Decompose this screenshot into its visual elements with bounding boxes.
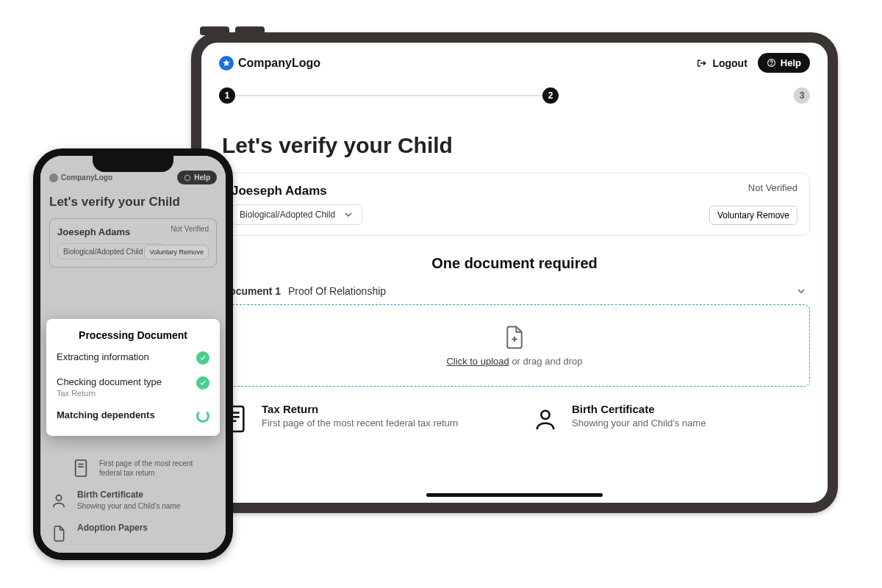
help-icon	[767, 58, 776, 68]
processing-step-extract: Extracting information	[57, 351, 209, 365]
help-button[interactable]: Help	[758, 53, 810, 73]
check-icon	[196, 376, 209, 390]
logout-button[interactable]: Logout	[696, 57, 747, 69]
processing-panel: Processing Document Extracting informati…	[46, 319, 220, 436]
phone-notch	[93, 156, 173, 172]
chevron-down-icon	[795, 285, 807, 297]
logout-icon	[696, 57, 708, 69]
verification-status: Not Verified	[748, 182, 797, 193]
requirement-heading: One document required	[219, 255, 810, 272]
upload-rest-label: or drag and drop	[509, 356, 583, 367]
doc-type-label: Proof Of Relationship	[288, 285, 386, 297]
relation-value: Biological/Adopted Child	[240, 209, 335, 220]
file-plus-icon	[503, 325, 526, 350]
spinner-icon	[196, 409, 209, 423]
home-indicator	[426, 493, 603, 497]
phone-frame: CompanyLogo Help Let's verify your Child…	[33, 148, 233, 560]
step-3: 3	[794, 87, 810, 104]
progress-steps: 1 2 3	[201, 80, 828, 107]
page-title: Let's verify your Child	[222, 133, 807, 158]
dependent-card: Joeseph Adams Biological/Adopted Child N…	[219, 173, 810, 236]
option-tax-return[interactable]: Tax Return First page of the most recent…	[219, 403, 500, 435]
document-options: Tax Return First page of the most recent…	[219, 403, 810, 435]
star-icon	[219, 56, 234, 71]
chevron-down-icon	[343, 209, 354, 220]
brand-name: CompanyLogo	[238, 57, 320, 70]
person-icon	[529, 403, 562, 435]
document-section-header[interactable]: Document 1 Proof Of Relationship	[222, 285, 807, 297]
tablet-header: CompanyLogo Logout Help	[201, 43, 828, 80]
relation-select[interactable]: Biological/Adopted Child	[232, 204, 362, 225]
processing-title: Processing Document	[57, 329, 209, 341]
voluntary-remove-button[interactable]: Voluntary Remove	[709, 206, 797, 225]
logout-label: Logout	[712, 57, 747, 69]
option-birth-certificate[interactable]: Birth Certificate Showing your and Child…	[529, 403, 810, 435]
tablet-frame: CompanyLogo Logout Help 1 2 3 Let's veri…	[191, 32, 838, 513]
upload-click-label: Click to upload	[446, 356, 509, 367]
processing-step-matching: Matching dependents	[57, 409, 209, 423]
svg-point-1	[771, 65, 772, 65]
processing-step-doctype: Checking document type Tax Return	[57, 376, 209, 398]
help-label: Help	[781, 57, 801, 68]
check-icon	[196, 351, 209, 365]
upload-dropzone[interactable]: Click to upload or drag and drop	[219, 304, 810, 387]
step-2: 2	[542, 87, 559, 104]
brand-logo: CompanyLogo	[219, 56, 320, 71]
step-1: 1	[219, 87, 235, 104]
svg-point-3	[541, 411, 549, 419]
dependent-name: Joeseph Adams	[232, 184, 797, 198]
